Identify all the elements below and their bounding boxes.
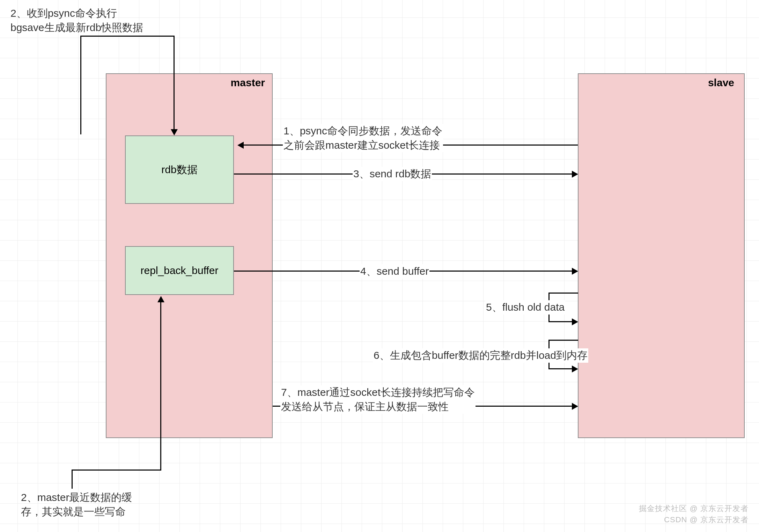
- step7-line2: 发送给从节点，保证主从数据一致性: [281, 400, 475, 414]
- watermark-juejin: 掘金技术社区 @ 京东云开发者: [639, 503, 749, 514]
- step2b-line2: 存，其实就是一些写命: [21, 505, 132, 519]
- step1-annotation: 1、psync命令同步数据，发送命令 之前会跟master建立socket长连接: [283, 124, 443, 152]
- step2b-line1: 2、master最近数据的缓: [21, 490, 132, 505]
- arrow-2a-v1: [80, 37, 81, 134]
- step6-annotation: 6、生成包含buffer数据的完整rdb并load到内存: [373, 348, 588, 363]
- arrow-2a-head: [171, 129, 178, 135]
- step2b-annotation: 2、master最近数据的缓 存，其实就是一些写命: [20, 490, 133, 519]
- arrow-2b-h: [72, 470, 161, 471]
- step7-line1: 7、master通过socket长连接持续把写命令: [281, 385, 475, 400]
- rdb-label: rdb数据: [161, 163, 197, 177]
- arrow-3-head: [572, 171, 578, 178]
- slave-title: slave: [708, 77, 734, 89]
- arrow-7-head: [572, 403, 578, 410]
- master-title: master: [231, 77, 265, 89]
- step5-annotation: 5、flush old data: [485, 300, 565, 315]
- arrow-5-head: [572, 318, 578, 325]
- step1-line2: 之前会跟master建立socket长连接: [283, 138, 442, 153]
- step2a-line2: bgsave生成最新rdb快照数据: [10, 21, 143, 35]
- step7-annotation: 7、master通过socket长连接持续把写命令 发送给从节点，保证主从数据一…: [280, 385, 476, 414]
- rdb-data-box: rdb数据: [125, 135, 234, 204]
- arrow-2a-h: [80, 36, 175, 37]
- arrow-6-head: [572, 365, 578, 372]
- step1-line1: 1、psync命令同步数据，发送命令: [283, 124, 442, 138]
- arrow-2b-v1: [72, 470, 73, 489]
- arrow-4-head: [572, 268, 578, 275]
- arrow-2a-v2: [174, 36, 175, 130]
- arrow-5-top: [548, 293, 578, 294]
- buffer-label: repl_back_buffer: [141, 264, 219, 277]
- arrow-6-top: [548, 340, 578, 341]
- slave-box: slave: [578, 73, 745, 438]
- step3-annotation: 3、send rdb数据: [353, 167, 432, 181]
- watermark-csdn: CSDN @ 京东云开发者: [664, 515, 749, 525]
- step4-annotation: 4、send buffer: [360, 264, 429, 279]
- arrow-2b-head: [157, 296, 164, 302]
- repl-back-buffer-box: repl_back_buffer: [125, 246, 234, 295]
- arrow-1-head: [237, 142, 244, 149]
- arrow-6-bot: [548, 368, 573, 369]
- step2a-line1: 2、收到psync命令执行: [10, 6, 143, 21]
- arrow-5-bot: [548, 321, 573, 322]
- step2a-annotation: 2、收到psync命令执行 bgsave生成最新rdb快照数据: [10, 6, 144, 35]
- arrow-2b-v2: [160, 301, 161, 470]
